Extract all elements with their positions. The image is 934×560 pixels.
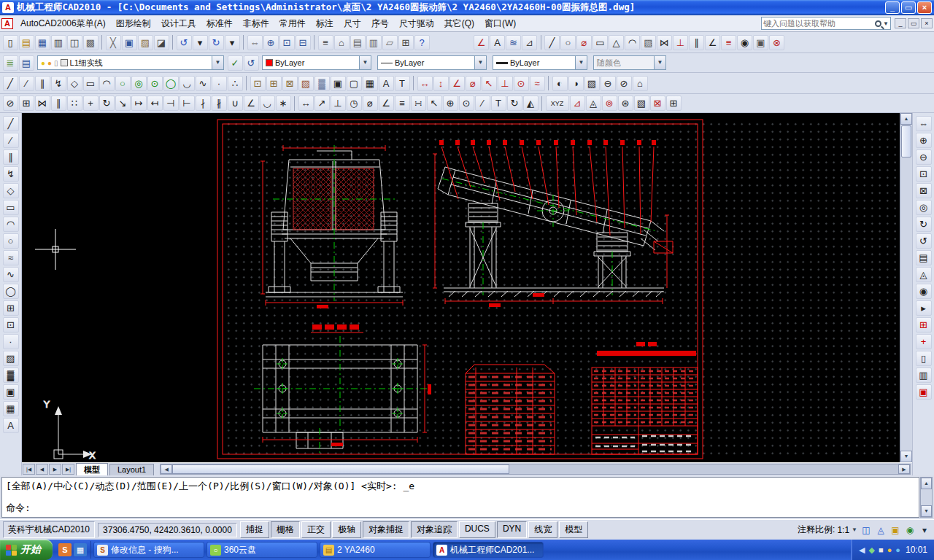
coordinates-readout[interactable]: 37306.4750, 42420.3610, 0.0000 <box>98 523 237 537</box>
checker-tool-button[interactable]: ▧ <box>634 96 649 111</box>
mdi-close-button[interactable]: × <box>921 18 933 28</box>
menu-item-9[interactable]: 尺寸驱动 <box>394 15 439 32</box>
zoom-extents-button[interactable]: ⊠ <box>916 183 932 198</box>
modify-array-button[interactable]: ∷ <box>67 96 82 111</box>
tray-safety-icon[interactable]: ◆ <box>869 545 875 555</box>
draw-region-button[interactable]: ▣ <box>331 76 346 91</box>
command-scroll-up-icon[interactable]: ▲ <box>921 478 932 489</box>
mirror-quick-tool-button[interactable]: ⋈ <box>657 35 672 50</box>
modify-copy-button[interactable]: ⊞ <box>19 96 34 111</box>
taskbar-task-1[interactable]: ○360云盘 <box>207 542 317 558</box>
modify-lengthen-button[interactable]: ↤ <box>147 96 163 111</box>
status-toggle-4[interactable]: 对象捕捉 <box>363 521 409 538</box>
dim-angular-button[interactable]: ∠ <box>379 96 394 111</box>
mdi-minimize-button[interactable]: _ <box>895 18 906 28</box>
zoom-window-button[interactable]: ⊡ <box>279 35 295 50</box>
lineweight-combo-arrow-icon[interactable]: ▼ <box>575 56 587 69</box>
dim-center-mark-button[interactable]: ⊙ <box>459 96 474 111</box>
rectangle-tool-button[interactable]: ▭ <box>593 35 608 50</box>
menu-item-0[interactable]: AutoCAD2006菜单(A) <box>15 15 111 32</box>
draw-polygon-button[interactable]: ◇ <box>3 183 19 198</box>
tray-network-icon[interactable]: ● <box>895 545 900 554</box>
markup-set-manager-button[interactable]: ▱ <box>382 35 398 50</box>
circle-tool-button[interactable]: ○ <box>560 35 576 50</box>
workspace-toggle-button[interactable]: ⊿ <box>522 35 537 50</box>
draw-region-button[interactable]: ▣ <box>3 384 19 400</box>
pan-realtime-button[interactable]: ⇔ <box>247 35 263 50</box>
lineweight-combo[interactable]: ByLayer ▼ <box>493 55 587 70</box>
status-toggle-0[interactable]: 捕捉 <box>240 521 269 538</box>
save-file-button[interactable]: ▦ <box>35 35 50 50</box>
side-view[interactable] <box>433 140 673 307</box>
edit-half-left-button[interactable]: ◐ <box>552 76 568 91</box>
angle-measure-button[interactable]: ⊿ <box>570 96 585 111</box>
toolbar-lock-icon[interactable]: ▣ <box>889 524 902 537</box>
hatch-quick-tool-button[interactable]: ▧ <box>641 35 656 50</box>
layer-properties-manager-button[interactable]: ≣ <box>3 55 18 71</box>
draw-table-button[interactable]: ▦ <box>3 401 19 416</box>
make-object-layer-current-button[interactable]: ✓ <box>228 55 243 71</box>
draw-circle-button[interactable]: ○ <box>3 233 19 249</box>
properties-palette-button[interactable]: ≡ <box>318 35 333 50</box>
annotation-visibility-icon[interactable]: ◫ <box>860 524 873 537</box>
redo-button[interactable]: ↻ <box>209 35 224 50</box>
menu-item-11[interactable]: 窗口(W) <box>479 15 521 32</box>
write-block-button[interactable]: ⊠ <box>282 76 298 91</box>
menu-item-10[interactable]: 其它(Q) <box>439 15 479 32</box>
plot-button[interactable]: ▥ <box>51 35 66 50</box>
command-text-area[interactable]: [全部(A)/中心(C)/动态(D)/范围(E)/上一个(P)/比例(S)/窗口… <box>1 477 919 518</box>
dim-edit-button[interactable]: ∕ <box>475 96 490 111</box>
modify-mirror-button[interactable]: ⋈ <box>35 96 50 111</box>
match-properties-button[interactable]: ◪ <box>154 35 169 50</box>
draw-spline-button[interactable]: ∿ <box>3 267 19 282</box>
hscroll-right-icon[interactable]: ▶ <box>898 464 910 474</box>
dim-linear-quick-button[interactable]: ↔ <box>417 76 433 91</box>
tab-model[interactable]: 模型 <box>76 463 108 475</box>
dim-leader-quick-button[interactable]: ↖ <box>482 76 497 91</box>
modify-rotate-button[interactable]: ↻ <box>99 96 115 111</box>
camera-button[interactable]: ◉ <box>916 284 932 299</box>
dim-radius-button[interactable]: ◷ <box>347 96 362 111</box>
command-scroll-track[interactable] <box>921 489 932 505</box>
taskbar-task-2[interactable]: ▤2 YA2460 <box>320 542 431 558</box>
pan-hand-button[interactable]: ⇔ <box>916 116 932 131</box>
modify-move-button[interactable]: + <box>83 96 99 111</box>
publish-button[interactable]: ▩ <box>83 35 99 50</box>
dim-linear-button[interactable]: ↔ <box>298 96 314 111</box>
mdi-restore-button[interactable]: ▭ <box>908 18 919 28</box>
color-combo-arrow-icon[interactable]: ▼ <box>359 56 371 69</box>
taskbar-task-3[interactable]: A机械工程师CAD201... <box>433 542 544 558</box>
named-views-button[interactable]: ▤ <box>916 250 932 265</box>
draw-rectangle-button[interactable]: ▭ <box>83 76 99 91</box>
draw-point-button[interactable]: ∙ <box>3 334 19 349</box>
red-grip-tool-button[interactable]: ▣ <box>916 384 932 400</box>
horizontal-scroll-thumb[interactable] <box>172 464 509 474</box>
show-motion-button[interactable]: ▸ <box>916 300 932 316</box>
menu-item-1[interactable]: 图形绘制 <box>111 15 156 32</box>
triangle-tool-button[interactable]: △ <box>609 35 624 50</box>
plot-preview-button[interactable]: ◫ <box>67 35 82 50</box>
parts-list-table[interactable] <box>466 365 555 454</box>
draw-mtext-button[interactable]: A <box>379 76 394 91</box>
menu-item-6[interactable]: 标注 <box>311 15 339 32</box>
vertical-scroll-thumb[interactable] <box>901 125 911 158</box>
dim-baseline-button[interactable]: ≡ <box>395 96 410 111</box>
vertical-scroll-track[interactable] <box>900 158 912 451</box>
insert-block-button[interactable]: ⊞ <box>3 300 19 316</box>
tab-prev-button[interactable]: ◀ <box>36 464 48 475</box>
osnap-settings-button[interactable]: ◉ <box>737 35 752 50</box>
scroll-down-icon[interactable]: ▼ <box>900 451 912 462</box>
explode-quick-tool-button[interactable]: ⊗ <box>769 35 784 50</box>
menu-item-5[interactable]: 常用件 <box>274 15 311 32</box>
draw-hatch-button[interactable]: ▨ <box>298 76 314 91</box>
modify-fillet-button[interactable]: ◡ <box>260 96 275 111</box>
dim-leader-button[interactable]: ↖ <box>427 96 442 111</box>
tray-hide-icon[interactable]: ◀ <box>859 545 865 555</box>
ring-tool-button[interactable]: ⊚ <box>602 96 617 111</box>
modify-trim-button[interactable]: ⊣ <box>163 96 179 111</box>
tray-input-icon[interactable]: ■ <box>879 545 884 554</box>
new-file-button[interactable]: ▯ <box>3 35 18 50</box>
dim-tolerance-button[interactable]: ⊕ <box>443 96 458 111</box>
dim-center-quick-button[interactable]: ⊙ <box>514 76 529 91</box>
menu-item-7[interactable]: 尺寸 <box>339 15 366 32</box>
